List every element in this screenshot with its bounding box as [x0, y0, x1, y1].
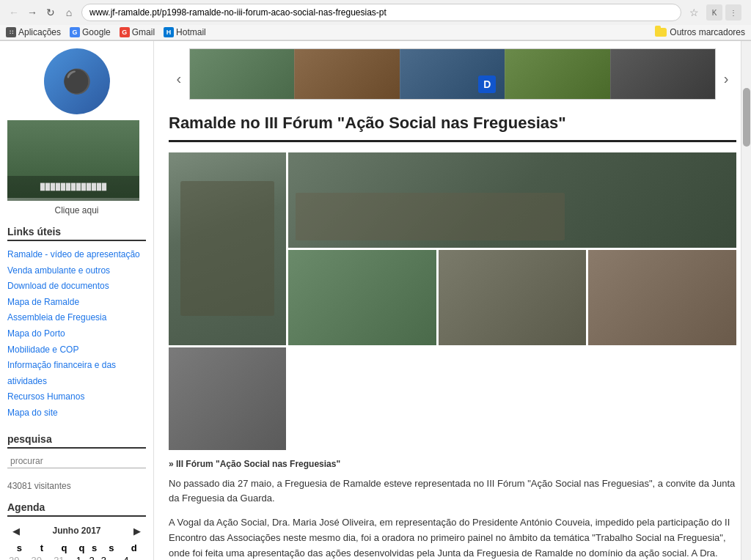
article-paragraph-1: No passado dia 27 maio, a Freguesia de R… [169, 476, 736, 507]
home-button[interactable]: ⌂ [61, 4, 77, 21]
photo-wide-top [288, 152, 736, 248]
outros-marcadores-label: Outros marcadores [670, 27, 745, 37]
cal-day-31-prev[interactable]: 31 [54, 555, 75, 560]
main-content: ‹ D › Ramalde no III Fórum "Ação Social … [154, 41, 751, 560]
gmail-icon: G [120, 27, 130, 37]
link-informacao-financeira[interactable]: Informação financeira e das atividades [7, 358, 146, 389]
bookmark-star-button[interactable]: ☆ [686, 4, 702, 21]
link-venda-ambulante[interactable]: Venda ambulante e outros [7, 263, 146, 279]
cal-days-header: s t q q s s d [9, 542, 144, 553]
address-bar[interactable] [81, 4, 681, 21]
page-container: ⚫ ▉▉▉▉▉▉▉▉▉▉▉▉▉ Clique aqui Links úteis … [0, 41, 751, 560]
bookmark-hotmail-label: Hotmail [176, 27, 206, 37]
pesquisa-section: pesquisa [7, 433, 146, 468]
back-button[interactable]: ← [6, 4, 22, 21]
forum-caption-text: » III Fórum "Ação Social nas Freguesias" [169, 459, 340, 469]
cal-day-30-prev[interactable]: 30 [32, 555, 53, 560]
photo-r2c1 [288, 250, 436, 345]
cal-next-button[interactable]: ▶ [130, 524, 144, 538]
browser-extensions: K ⋮ [706, 4, 745, 21]
apps-icon: ∷ [6, 27, 16, 37]
cal-month: Junho 2017 [52, 526, 100, 536]
outros-marcadores[interactable]: Outros marcadores [655, 27, 745, 37]
article-title: Ramalde no III Fórum "Ação Social nas Fr… [169, 113, 736, 142]
bookmark-hotmail[interactable]: H Hotmail [164, 27, 206, 37]
bookmarks-bar: ∷ Aplicações G Google G Gmail H Hotmail … [0, 25, 751, 40]
cal-header-q1: q [54, 542, 75, 553]
link-ramalde-video[interactable]: Ramalde - vídeo de apresentação [7, 247, 146, 263]
ext-button-1[interactable]: K [706, 4, 722, 21]
photo-r2c3 [588, 250, 736, 345]
link-recursos-humanos[interactable]: Recursos Humanos [7, 389, 146, 405]
nav-buttons: ← → ↻ ⌂ [6, 4, 77, 21]
browser-chrome: ← → ↻ ⌂ ☆ K ⋮ ∷ Aplicações G Google G Gm… [0, 0, 751, 41]
visitors-count: 43081 visitantes [7, 481, 71, 491]
strip-seg-3: D [400, 49, 505, 99]
cal-header-q2: q [76, 542, 88, 553]
pesquisa-title: pesquisa [7, 433, 146, 449]
cal-prev-button[interactable]: ◀ [9, 524, 23, 538]
bookmark-gmail[interactable]: G Gmail [120, 27, 155, 37]
reload-button[interactable]: ↻ [43, 4, 59, 21]
forum-caption: » III Fórum "Ação Social nas Freguesias" [169, 459, 736, 469]
links-uteis-title: Links úteis [7, 226, 146, 241]
photo-bottom-left [169, 347, 286, 450]
cal-day-3[interactable]: 3 [101, 555, 122, 560]
carousel-area: ‹ D › [169, 48, 736, 108]
google-icon: G [70, 27, 80, 37]
bookmark-aplicacoes-label: Aplicações [18, 27, 61, 37]
group-photo-placeholder: ▉▉▉▉▉▉▉▉▉▉▉▉▉ [7, 120, 139, 201]
cal-day-2[interactable]: 2 [89, 555, 99, 560]
sidebar-logo: ⚫ [44, 48, 110, 114]
logo-icon: ⚫ [62, 67, 92, 95]
links-list: Ramalde - vídeo de apresentação Venda am… [7, 247, 146, 421]
calendar: ◀ Junho 2017 ▶ s t q q s s d [7, 523, 146, 560]
bookmark-google[interactable]: G Google [70, 27, 111, 37]
top-image-strip: D [189, 48, 716, 100]
link-assembleia-freguesia[interactable]: Assembleia de Freguesia [7, 310, 146, 326]
browser-toolbar: ← → ↻ ⌂ ☆ K ⋮ [0, 0, 751, 25]
folder-icon [655, 28, 667, 37]
pesquisa-input[interactable] [7, 454, 146, 468]
forward-button[interactable]: → [24, 4, 40, 21]
hotmail-icon: H [164, 27, 174, 37]
cal-header-s3: s [101, 542, 122, 553]
cal-row-1: 29 30 31 1 2 3 4 [9, 555, 144, 560]
strip-seg-4 [505, 49, 609, 99]
sidebar: ⚫ ▉▉▉▉▉▉▉▉▉▉▉▉▉ Clique aqui Links úteis … [0, 41, 154, 560]
cal-header-t1: t [32, 542, 53, 553]
photo-grid [169, 152, 736, 450]
visitors-section: 43081 visitantes [7, 480, 146, 491]
photo-r2c2 [439, 250, 587, 345]
ext-button-2[interactable]: ⋮ [725, 4, 741, 21]
cal-day-1[interactable]: 1 [76, 555, 88, 560]
link-mapa-porto[interactable]: Mapa do Porto [7, 326, 146, 342]
link-mapa-ramalde[interactable]: Mapa de Ramalde [7, 295, 146, 311]
strip-seg-2 [294, 49, 399, 99]
strip-seg-5 [610, 49, 715, 99]
bookmark-google-label: Google [82, 27, 111, 37]
article-paragraph-2: A Vogal da Ação Social, Dra. Maria José … [169, 515, 736, 560]
calendar-header: ◀ Junho 2017 ▶ [9, 524, 144, 538]
agenda-title: Agenda [7, 501, 146, 517]
cal-header-d: d [123, 542, 144, 553]
link-mobilidade-cop[interactable]: Mobilidade e COP [7, 342, 146, 358]
carousel-next-button[interactable]: › [716, 67, 736, 89]
scrollbar[interactable] [741, 41, 751, 560]
cal-day-29-prev[interactable]: 29 [9, 555, 30, 560]
link-mapa-site[interactable]: Mapa do site [7, 405, 146, 421]
bookmark-gmail-label: Gmail [132, 27, 155, 37]
cal-header-s2: s [89, 542, 99, 553]
bookmark-aplicacoes[interactable]: ∷ Aplicações [6, 27, 61, 37]
strip-seg-1 [190, 49, 294, 99]
cal-header-s1: s [9, 542, 30, 553]
cal-day-4[interactable]: 4 [123, 555, 144, 560]
scrollbar-thumb[interactable] [743, 88, 750, 147]
agenda-section: Agenda ◀ Junho 2017 ▶ s [7, 501, 146, 560]
sidebar-group-photo: ▉▉▉▉▉▉▉▉▉▉▉▉▉ [7, 120, 139, 201]
carousel-prev-button[interactable]: ‹ [169, 67, 189, 89]
photo-large-left [169, 152, 286, 345]
link-download-documentos[interactable]: Download de documentos [7, 279, 146, 295]
clique-aqui-link[interactable]: Clique aqui [7, 205, 146, 215]
